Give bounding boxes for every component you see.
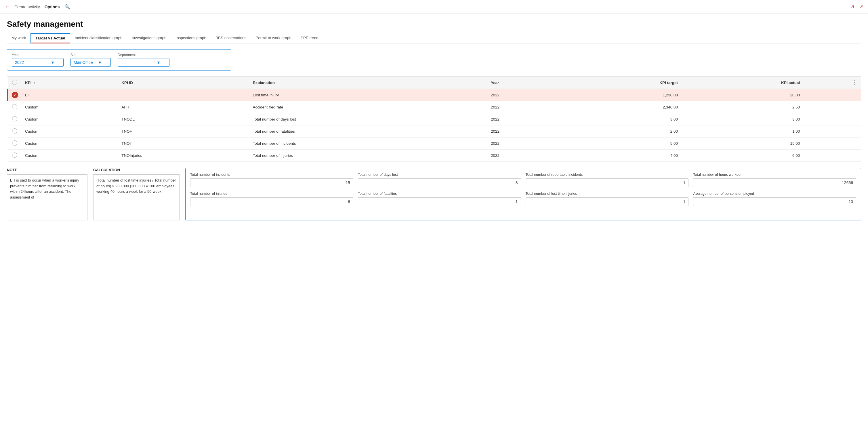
row-menu[interactable] — [803, 125, 861, 137]
explanation-column-header[interactable]: Explanation — [249, 76, 487, 89]
calculation-box: CALCULATION (Total number of lost time i… — [93, 168, 180, 220]
row-radio[interactable] — [12, 116, 17, 121]
kpi-stat-item: Average number of persons employed — [693, 192, 856, 206]
kpi-stat-input[interactable] — [190, 178, 353, 187]
row-radio[interactable] — [12, 128, 17, 133]
kpi-stat-label: Average number of persons employed — [693, 192, 856, 196]
calculation-content: (Total number of lost time injuries / To… — [93, 174, 180, 220]
tab-bbs-observations[interactable]: BBS observations — [211, 33, 251, 43]
row-kpi: Custom — [22, 101, 118, 113]
kpi-stat-input[interactable] — [358, 178, 521, 187]
kpi-column-header[interactable]: KPI ↑ — [22, 76, 118, 89]
row-kpi-actual: 20.00 — [681, 89, 803, 101]
year-dropdown[interactable]: 2022 ▼ — [12, 58, 64, 67]
kpi-stat-input[interactable] — [526, 197, 689, 206]
department-filter-group: Department ▼ — [118, 53, 169, 67]
row-select-cell[interactable] — [8, 137, 22, 150]
main-content: Safety management My work Target vs Actu… — [0, 14, 868, 226]
site-value: MainOffice — [74, 60, 93, 65]
tab-target-vs-actual[interactable]: Target vs Actual — [31, 33, 70, 43]
row-year: 2022 — [487, 101, 561, 113]
row-kpi-actual: 1.00 — [681, 125, 803, 137]
kpi-target-column-header[interactable]: KPI target — [561, 76, 681, 89]
table-row[interactable]: Custom TNOI Total number of incidents 20… — [8, 137, 861, 150]
kpi-stat-item: Total number of lost time injuries — [526, 192, 689, 206]
kpi-stat-label: Total number of fatalities — [358, 192, 521, 196]
row-explanation: Total number of fatalities — [249, 125, 487, 137]
tab-my-work[interactable]: My work — [7, 33, 31, 43]
row-kpi-target: 2.00 — [561, 125, 681, 137]
create-activity-link[interactable]: Create activity — [14, 5, 40, 9]
kpi-table: KPI ↑ KPI ID Explanation Year KPI target… — [7, 76, 861, 162]
kpi-stat-label: Total number of injuries — [190, 192, 353, 196]
row-select-cell[interactable]: ✓ — [8, 89, 22, 101]
table-row[interactable]: Custom TNOInjuries Total number of injur… — [8, 150, 861, 162]
kpi-stat-input[interactable] — [693, 197, 856, 206]
note-text: LTI is said to occur when a worker's inj… — [10, 178, 79, 200]
tab-permit-to-work-graph[interactable]: Permit to work graph — [251, 33, 296, 43]
row-year: 2022 — [487, 137, 561, 150]
table-row[interactable]: Custom TNODL Total number of days lost 2… — [8, 113, 861, 125]
tab-investigations-graph[interactable]: Investigations graph — [127, 33, 171, 43]
kpi-stat-label: Total number of lost time injuries — [526, 192, 689, 196]
row-kpi: Custom — [22, 150, 118, 162]
top-bar-actions: ↺ ⤢ — [850, 4, 863, 10]
row-radio-checked[interactable]: ✓ — [12, 92, 18, 98]
row-menu[interactable] — [803, 89, 861, 101]
department-dropdown[interactable]: ▼ — [118, 58, 169, 67]
row-year: 2022 — [487, 89, 561, 101]
tab-inspections-graph[interactable]: Inspections graph — [171, 33, 211, 43]
table-row[interactable]: ✓ LTI Lost time injury 2022 1,230.00 20.… — [8, 89, 861, 101]
kpi-stat-input[interactable] — [190, 197, 353, 206]
kpi-actual-column-header[interactable]: KPI actual — [681, 76, 803, 89]
table-row[interactable]: Custom AFR Accident freq rate 2022 2,340… — [8, 101, 861, 113]
expand-icon[interactable]: ⤢ — [859, 4, 863, 10]
kpi-stat-item: Total number of hours worked — [693, 173, 856, 187]
row-radio[interactable] — [12, 153, 17, 158]
row-year: 2022 — [487, 150, 561, 162]
options-label: Options — [44, 5, 60, 9]
row-menu[interactable] — [803, 101, 861, 113]
row-select-cell[interactable] — [8, 150, 22, 162]
row-menu[interactable] — [803, 113, 861, 125]
row-kpi: LTI — [22, 89, 118, 101]
site-dropdown-arrow: ▼ — [98, 60, 102, 65]
year-column-header[interactable]: Year — [487, 76, 561, 89]
kpi-stat-input[interactable] — [526, 178, 689, 187]
table-row[interactable]: Custom TNOF Total number of fatalities 2… — [8, 125, 861, 137]
row-menu[interactable] — [803, 137, 861, 150]
select-all-header[interactable] — [8, 76, 22, 89]
row-explanation: Lost time injury — [249, 89, 487, 101]
row-select-cell[interactable] — [8, 101, 22, 113]
back-button[interactable]: ← — [5, 4, 10, 10]
row-select-cell[interactable] — [8, 113, 22, 125]
bottom-section: NOTE LTI is said to occur when a worker'… — [7, 168, 861, 220]
page-title: Safety management — [7, 20, 861, 29]
year-value: 2022 — [15, 60, 24, 65]
kpi-stat-input[interactable] — [358, 197, 521, 206]
row-radio[interactable] — [12, 141, 17, 146]
row-select-cell[interactable] — [8, 125, 22, 137]
tab-incident-classification-graph[interactable]: Incident classification graph — [70, 33, 127, 43]
row-kpi-id: TNOF — [118, 125, 249, 137]
select-all-radio[interactable] — [12, 80, 17, 85]
kpi-stat-input[interactable] — [693, 178, 856, 187]
kpi-stat-item: Total number of reportable incidents — [526, 173, 689, 187]
tab-ppe-trend[interactable]: PPE trend — [296, 33, 323, 43]
row-kpi-target: 1,230.00 — [561, 89, 681, 101]
row-kpi: Custom — [22, 113, 118, 125]
row-kpi-target: 5.00 — [561, 137, 681, 150]
row-kpi-actual: 6.00 — [681, 150, 803, 162]
row-kpi: Custom — [22, 137, 118, 150]
kpi-id-column-header[interactable]: KPI ID — [118, 76, 249, 89]
row-radio[interactable] — [12, 104, 17, 109]
row-menu[interactable] — [803, 150, 861, 162]
note-title: NOTE — [7, 168, 88, 172]
table-body: ✓ LTI Lost time injury 2022 1,230.00 20.… — [8, 89, 861, 162]
kpi-stats-panel: Total number of incidents Total number o… — [185, 168, 861, 220]
refresh-icon[interactable]: ↺ — [850, 4, 855, 10]
column-menu-header[interactable]: ⋮ — [803, 76, 861, 89]
kpi-stat-label: Total number of days lost — [358, 173, 521, 177]
site-dropdown[interactable]: MainOffice ▼ — [70, 58, 111, 67]
search-icon[interactable]: 🔍 — [64, 4, 70, 9]
